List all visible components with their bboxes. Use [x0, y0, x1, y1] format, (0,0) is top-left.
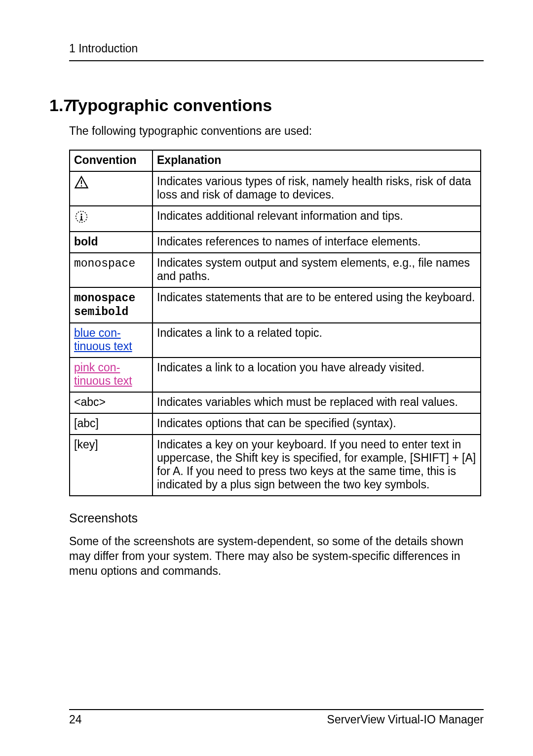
- product-name: ServerView Virtual-IO Manager: [327, 713, 484, 726]
- bold-sample: bold: [74, 235, 98, 248]
- svg-rect-5: [80, 220, 83, 221]
- conventions-table: Convention Explanation Indicates various…: [69, 150, 481, 496]
- convention-cell: monospace semibold: [70, 287, 152, 323]
- explanation-cell: Indicates statements that are to be ente…: [152, 287, 481, 323]
- section-heading: 1.7 Typographic conventions: [49, 96, 484, 115]
- table-header-explanation: Explanation: [152, 150, 481, 171]
- mono-semi-line2: semibold: [74, 306, 128, 318]
- pink-link-sample: pink con- tinuous text: [74, 361, 132, 387]
- convention-cell: blue con- tinuous text: [70, 323, 152, 358]
- page-footer: 24 ServerView Virtual-IO Manager: [69, 709, 484, 726]
- table-row: monospace semibold Indicates statements …: [70, 287, 481, 323]
- pink-link-line1: pink con-: [74, 361, 120, 374]
- blue-link-line1: blue con-: [74, 326, 121, 339]
- explanation-cell: Indicates options that can be specified …: [152, 413, 481, 435]
- blue-link-sample: blue con- tinuous text: [74, 326, 132, 353]
- table-row: <abc> Indicates variables which must be …: [70, 392, 481, 413]
- running-head: 1 Introduction: [69, 42, 484, 55]
- svg-point-3: [80, 213, 82, 215]
- explanation-cell: Indicates additional relevant informatio…: [152, 206, 481, 232]
- table-header-convention: Convention: [70, 150, 152, 171]
- screenshots-paragraph: Some of the screenshots are system-depen…: [69, 534, 484, 579]
- table-row: bold Indicates references to names of in…: [70, 232, 481, 253]
- explanation-cell: Indicates various types of risk, namely …: [152, 171, 481, 206]
- screenshots-heading: Screenshots: [69, 511, 484, 525]
- convention-cell: monospace: [70, 253, 152, 287]
- convention-cell: [70, 206, 152, 232]
- convention-cell: [key]: [70, 435, 152, 496]
- convention-cell: [70, 171, 152, 206]
- info-icon: [74, 214, 89, 227]
- convention-cell: [abc]: [70, 413, 152, 435]
- explanation-cell: Indicates a link to a location you have …: [152, 358, 481, 392]
- convention-cell: <abc>: [70, 392, 152, 413]
- explanation-cell: Indicates a link to a related topic.: [152, 323, 481, 358]
- monospace-sample: monospace: [74, 257, 135, 270]
- table-header-row: Convention Explanation: [70, 150, 481, 171]
- explanation-cell: Indicates references to names of interfa…: [152, 232, 481, 253]
- explanation-cell: Indicates a key on your keyboard. If you…: [152, 435, 481, 496]
- section-title: Typographic conventions: [69, 96, 272, 115]
- blue-link-line2: tinuous text: [74, 340, 132, 353]
- table-row: [key] Indicates a key on your keyboard. …: [70, 435, 481, 496]
- explanation-cell: Indicates variables which must be replac…: [152, 392, 481, 413]
- table-row: blue con- tinuous text Indicates a link …: [70, 323, 481, 358]
- table-row: Indicates various types of risk, namely …: [70, 171, 481, 206]
- monospace-semibold-sample: monospace semibold: [74, 292, 135, 318]
- intro-paragraph: The following typographic conventions ar…: [69, 124, 484, 139]
- warning-icon: [74, 179, 89, 192]
- table-row: monospace Indicates system output and sy…: [70, 253, 481, 287]
- footer-rule: [69, 709, 484, 710]
- header-rule: [69, 60, 484, 61]
- table-row: [abc] Indicates options that can be spec…: [70, 413, 481, 435]
- table-row: pink con- tinuous text Indicates a link …: [70, 358, 481, 392]
- svg-rect-4: [81, 216, 82, 220]
- svg-point-1: [81, 185, 82, 187]
- explanation-cell: Indicates system output and system eleme…: [152, 253, 481, 287]
- table-row: Indicates additional relevant informatio…: [70, 206, 481, 232]
- convention-cell: pink con- tinuous text: [70, 358, 152, 392]
- section-number: 1.7: [22, 96, 69, 115]
- pink-link-line2: tinuous text: [74, 374, 132, 387]
- convention-cell: bold: [70, 232, 152, 253]
- mono-semi-line1: monospace: [74, 292, 135, 305]
- page-number: 24: [69, 713, 82, 726]
